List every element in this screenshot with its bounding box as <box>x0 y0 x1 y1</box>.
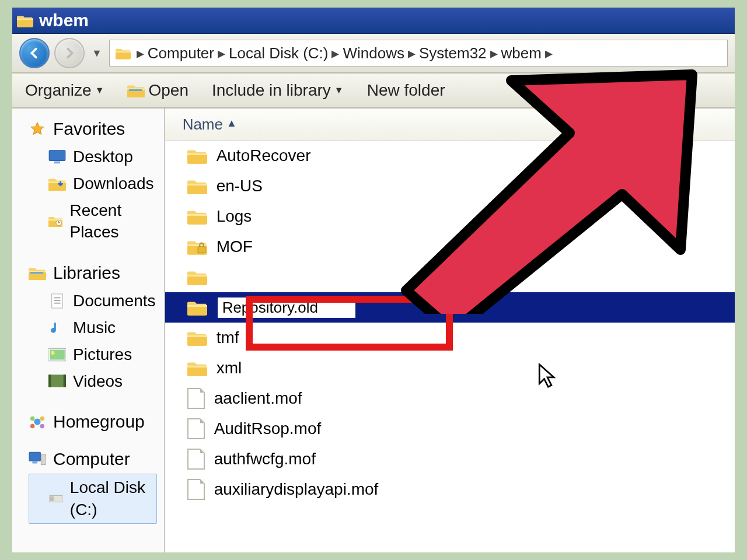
folder-icon <box>187 238 207 256</box>
breadcrumb-seg[interactable]: System32 <box>419 44 487 62</box>
file-name-label: xml <box>217 359 242 377</box>
sidebar-libraries-header[interactable]: Libraries <box>29 263 157 283</box>
new-folder-button[interactable]: New folder <box>367 81 445 100</box>
forward-button[interactable] <box>54 38 85 68</box>
file-name-label: auxiliarydisplayapi.mof <box>214 480 379 499</box>
file-row[interactable]: AutoRecover06-2013 03 <box>165 141 736 171</box>
sort-ascending-icon: ▲ <box>226 117 237 130</box>
back-button[interactable] <box>19 38 50 68</box>
download-icon <box>48 176 66 191</box>
folder-icon <box>187 208 207 225</box>
file-icon <box>187 418 205 439</box>
sidebar-item-label: Recent Places <box>69 200 155 244</box>
sidebar-item-label: Downloads <box>73 173 154 195</box>
open-button[interactable]: Open <box>127 81 189 100</box>
arrow-left-icon <box>28 47 41 60</box>
sidebar-item-downloads[interactable]: Downloads <box>29 170 157 197</box>
folder-icon <box>187 177 207 195</box>
libraries-label: Libraries <box>53 263 120 283</box>
nav-history-dropdown[interactable]: ▼ <box>92 47 102 60</box>
file-row[interactable]: en-US-07-2009 13 <box>165 171 736 201</box>
file-icon <box>187 449 205 470</box>
open-label: Open <box>148 81 189 100</box>
file-row[interactable]: Logs09 07 <box>165 201 736 232</box>
file-row[interactable]: aaclient.mof11-06-2009 02 <box>165 383 736 414</box>
sidebar-item-label: Pictures <box>73 344 132 366</box>
libraries-icon <box>29 265 46 281</box>
monitor-icon <box>48 149 66 164</box>
file-name-label: AuditRsop.mof <box>214 419 322 438</box>
column-header-label: Name <box>183 116 223 134</box>
organize-menu[interactable]: Organize ▼ <box>25 81 104 100</box>
column-header-date[interactable]: ed <box>527 116 736 134</box>
sidebar-homegroup-header[interactable]: Homegroup <box>29 412 157 432</box>
sidebar-item-videos[interactable]: Videos <box>29 368 157 395</box>
include-label: Include in library <box>212 81 331 100</box>
sidebar-item-music[interactable]: Music <box>29 314 157 341</box>
sidebar-item-label: Desktop <box>73 146 133 168</box>
folder-icon <box>187 147 207 164</box>
file-row[interactable]: xml14-07-2009 08 <box>165 353 736 383</box>
file-row[interactable]: tmf14-07-2009 07 <box>165 323 736 353</box>
sidebar-item-label: Videos <box>73 370 123 393</box>
file-row[interactable]: 23-04-2015 20 <box>165 262 736 292</box>
file-list-panel: Name ▲ ed AutoRecover06-2013 03en-US-07-… <box>165 108 736 554</box>
file-row[interactable]: Repository.old23-04-2015 20 <box>165 292 736 323</box>
file-row[interactable]: authfwcfg.mof11-06-2009 02 <box>165 444 736 474</box>
chevron-down-icon: ▼ <box>95 85 104 96</box>
favorites-label: Favorites <box>53 119 125 139</box>
arrow-right-icon <box>63 47 76 60</box>
navigation-sidebar: Favorites Desktop Downloads Recent Place… <box>12 108 165 554</box>
file-row[interactable]: AuditRsop.mof11-06-2009 02 <box>165 414 736 444</box>
file-name-label: authfwcfg.mof <box>214 450 316 468</box>
star-icon <box>29 121 46 136</box>
rename-input[interactable]: Repository.old <box>217 296 357 319</box>
picture-icon <box>48 347 66 362</box>
chevron-down-icon: ▼ <box>334 85 344 96</box>
toolbar: Organize ▼ Open Include in library ▼ New… <box>12 74 735 108</box>
sidebar-item-recent-places[interactable]: Recent Places <box>29 197 157 246</box>
address-bar: ▼ ▸ Computer ▸ Local Disk (C:) ▸ Windows… <box>12 34 735 74</box>
column-header-row: Name ▲ ed <box>165 108 736 141</box>
sidebar-item-desktop[interactable]: Desktop <box>29 144 157 170</box>
file-row[interactable]: MOF14-07-2009 10 <box>165 232 736 262</box>
file-name-label: en-US <box>217 177 263 195</box>
column-header-name[interactable]: Name ▲ <box>183 116 527 134</box>
sidebar-item-documents[interactable]: Documents <box>29 288 157 314</box>
new-folder-label: New folder <box>367 81 445 100</box>
file-name-label: aaclient.mof <box>214 389 302 408</box>
include-library-menu[interactable]: Include in library ▼ <box>212 81 344 100</box>
chevron-right-icon: ▸ <box>331 44 339 62</box>
chevron-right-icon: ▸ <box>545 44 553 62</box>
file-name-label: MOF <box>217 237 253 256</box>
sidebar-item-local-disk-c[interactable]: Local Disk (C:) <box>29 474 157 524</box>
breadcrumb-seg[interactable]: Computer <box>148 44 214 62</box>
folder-icon <box>17 13 33 27</box>
file-name-label: tmf <box>217 328 239 347</box>
sidebar-favorites-header[interactable]: Favorites <box>29 119 157 139</box>
disk-icon <box>49 491 63 506</box>
breadcrumb-seg[interactable]: Local Disk (C:) <box>229 44 328 62</box>
folder-icon <box>187 359 207 377</box>
sidebar-item-pictures[interactable]: Pictures <box>29 341 157 368</box>
video-icon <box>48 373 66 388</box>
sidebar-computer-header[interactable]: Computer <box>29 449 157 469</box>
chevron-right-icon: ▸ <box>137 44 144 62</box>
homegroup-icon <box>29 414 46 429</box>
breadcrumb[interactable]: ▸ Computer ▸ Local Disk (C:) ▸ Windows ▸… <box>109 40 728 66</box>
file-name-label: AutoRecover <box>217 146 311 165</box>
folder-icon <box>187 268 207 286</box>
window-titlebar: wbem <box>12 8 735 34</box>
document-icon <box>48 293 66 309</box>
breadcrumb-seg[interactable]: Windows <box>343 44 404 62</box>
computer-icon <box>29 452 46 467</box>
folder-icon <box>187 329 207 346</box>
folder-icon <box>116 47 131 60</box>
organize-label: Organize <box>25 81 92 100</box>
file-row[interactable]: auxiliarydisplayapi.mof11-06-2009 02 <box>165 474 736 505</box>
libraries-icon <box>127 83 145 98</box>
computer-label: Computer <box>53 449 130 469</box>
chevron-right-icon: ▸ <box>218 44 225 62</box>
breadcrumb-seg[interactable]: wbem <box>501 44 542 62</box>
window-title: wbem <box>39 10 89 30</box>
